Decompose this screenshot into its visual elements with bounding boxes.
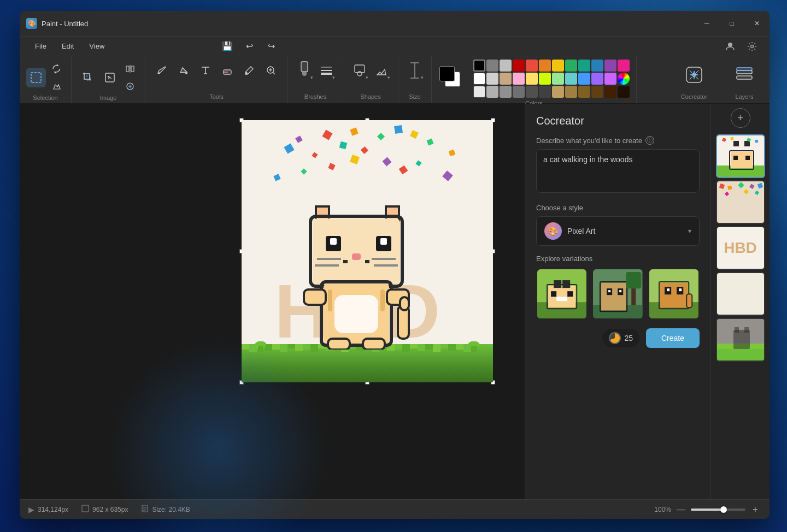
- confetti-10: [427, 139, 434, 146]
- zoom-out-button[interactable]: —: [676, 505, 686, 515]
- svg-rect-39: [374, 264, 398, 267]
- color-swatch-lightcyan[interactable]: [565, 73, 577, 85]
- svg-rect-62: [601, 283, 626, 310]
- free-select-button[interactable]: [48, 78, 64, 94]
- rotate-button[interactable]: [48, 61, 64, 77]
- cocreator-button[interactable]: [680, 61, 708, 89]
- prompt-input[interactable]: a cat walking in the woods: [536, 149, 700, 193]
- canvas-wrapper[interactable]: HBD: [242, 120, 493, 382]
- color-swatch-yellow[interactable]: [552, 60, 564, 72]
- confetti-12: [383, 157, 392, 167]
- redo-button[interactable]: ↪: [262, 38, 280, 55]
- color-swatch-brown1[interactable]: [578, 86, 590, 98]
- selection-handle-bl[interactable]: [239, 380, 244, 385]
- color-swatch-teal[interactable]: [578, 60, 590, 72]
- close-button[interactable]: ✕: [744, 11, 770, 36]
- image-flip-h-button[interactable]: [122, 61, 138, 77]
- color-swatch-limeyellow[interactable]: [539, 73, 551, 85]
- menu-bar: File Edit View 💾 ↩ ↪: [20, 36, 770, 56]
- color-swatch-darkgray2[interactable]: [526, 86, 538, 98]
- color-rainbow-button[interactable]: [618, 73, 630, 85]
- variation-2[interactable]: [592, 268, 643, 320]
- toolbar-layers: Layers: [719, 56, 770, 103]
- eyedropper-button[interactable]: [239, 61, 259, 80]
- color-swatch-lightgreen[interactable]: [552, 73, 564, 85]
- selection-label: Selection: [33, 94, 57, 102]
- color-swatch-nearwhite[interactable]: [473, 86, 485, 98]
- brushes-label: Brushes: [304, 93, 326, 101]
- create-button[interactable]: Create: [646, 328, 700, 348]
- color-selected-black[interactable]: [473, 60, 485, 72]
- layer-thumb-3[interactable]: HBD: [716, 226, 765, 270]
- layer-thumb-5[interactable]: [716, 318, 765, 362]
- style-dropdown[interactable]: 🎨 Pixel Art ▾: [536, 216, 700, 246]
- shapes-select-button[interactable]: ▾: [350, 61, 369, 80]
- brush-size-1-button[interactable]: ▾: [316, 61, 336, 80]
- brush-select-button[interactable]: ▾: [295, 61, 314, 80]
- color-swatch-purple[interactable]: [604, 60, 616, 72]
- color-swatch-darkbrown2[interactable]: [618, 86, 630, 98]
- color-swatch-white[interactable]: [473, 73, 485, 85]
- color-swatch-darkbrown1[interactable]: [604, 86, 616, 98]
- color-swatch-midgray2[interactable]: [500, 86, 512, 98]
- svg-point-14: [357, 72, 362, 76]
- primary-color-swatch[interactable]: [439, 66, 455, 81]
- color-swatch-brown2[interactable]: [591, 86, 603, 98]
- color-swatch-tan[interactable]: [500, 73, 512, 85]
- save-button[interactable]: 💾: [219, 38, 236, 55]
- image-remove-bg-button[interactable]: [122, 78, 138, 94]
- shapes-group: ▾ ▾: [350, 61, 391, 80]
- settings-button[interactable]: [743, 38, 761, 55]
- size-select-button[interactable]: ▾: [405, 61, 425, 80]
- color-swatch-lightyellow[interactable]: [526, 73, 538, 85]
- color-swatch-green[interactable]: [565, 60, 577, 72]
- profile-button[interactable]: [721, 38, 739, 55]
- variation-3[interactable]: [648, 268, 700, 320]
- dimensions-icon: [81, 505, 89, 514]
- pencil-button[interactable]: [152, 61, 172, 80]
- undo-button[interactable]: ↩: [240, 38, 258, 55]
- zoom-in-button[interactable]: +: [750, 505, 761, 515]
- color-swatch-goldbrown1[interactable]: [552, 86, 564, 98]
- color-swatch-lightblue[interactable]: [578, 73, 590, 85]
- text-button[interactable]: [196, 61, 215, 80]
- minimize-button[interactable]: ─: [694, 11, 719, 36]
- layer-thumb-4[interactable]: [716, 272, 765, 316]
- color-swatch-red[interactable]: [526, 60, 538, 72]
- color-swatch-pink[interactable]: [618, 60, 630, 72]
- color-swatch-lightpink[interactable]: [513, 73, 525, 85]
- menu-edit[interactable]: Edit: [55, 40, 80, 52]
- eraser-button[interactable]: [218, 61, 237, 80]
- image-crop-button[interactable]: [78, 68, 98, 87]
- color-swatch-orange[interactable]: [539, 60, 551, 72]
- color-swatch-goldbrown2[interactable]: [565, 86, 577, 98]
- color-swatch-darkred[interactable]: [513, 60, 525, 72]
- selection-rect-button[interactable]: [26, 68, 46, 87]
- color-swatch-blue[interactable]: [591, 60, 603, 72]
- add-layer-button[interactable]: +: [731, 108, 750, 128]
- zoom-slider[interactable]: [691, 509, 745, 511]
- layer-thumb-1[interactable]: [716, 134, 765, 178]
- color-swatch-midgray1[interactable]: [486, 86, 498, 98]
- color-swatch-lightpurple[interactable]: [591, 73, 603, 85]
- layer-thumb-2[interactable]: [716, 180, 765, 224]
- image-import-button[interactable]: [100, 68, 120, 87]
- color-swatch-lavender[interactable]: [604, 73, 616, 85]
- info-icon[interactable]: ⓘ: [645, 136, 654, 145]
- zoom-level: 100%: [654, 506, 671, 513]
- maximize-button[interactable]: □: [719, 11, 744, 36]
- svg-rect-56: [562, 280, 570, 288]
- svg-point-5: [108, 76, 109, 78]
- color-swatch-gray2[interactable]: [500, 60, 512, 72]
- shapes-fill-button[interactable]: ▾: [372, 61, 391, 80]
- menu-file[interactable]: File: [28, 40, 53, 52]
- fill-button[interactable]: [174, 61, 193, 80]
- layers-button[interactable]: [730, 61, 759, 89]
- variation-1[interactable]: [536, 268, 588, 320]
- color-swatch-lightgray[interactable]: [486, 73, 498, 85]
- menu-view[interactable]: View: [83, 40, 111, 52]
- color-swatch-darkgray3[interactable]: [539, 86, 551, 98]
- color-swatch-gray1[interactable]: [486, 60, 498, 72]
- color-swatch-darkgray1[interactable]: [513, 86, 525, 98]
- zoom-button[interactable]: [261, 61, 281, 80]
